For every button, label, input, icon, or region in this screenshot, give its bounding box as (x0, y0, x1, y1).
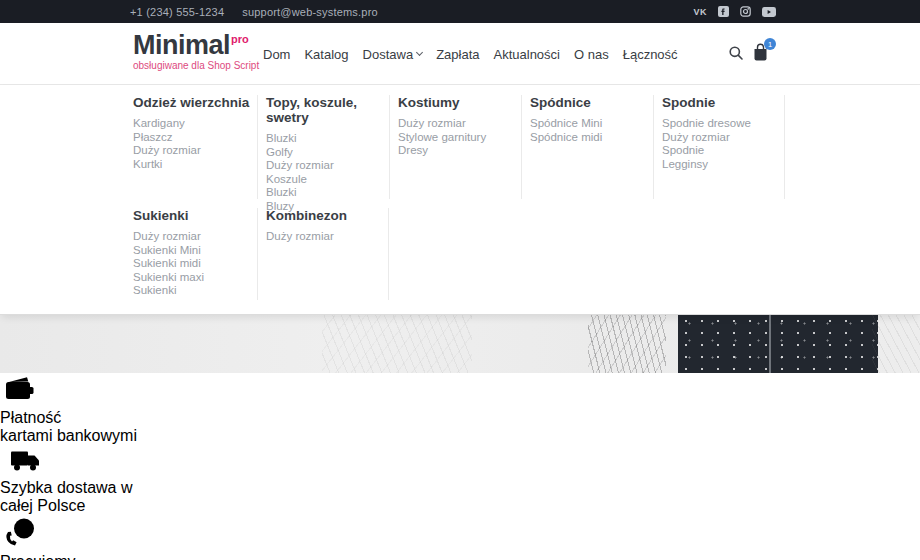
hero-photo-branches (872, 315, 920, 373)
topbar-contacts: +1 (234) 555-1234 support@web-systems.pr… (130, 6, 378, 18)
cart-button[interactable]: 1 (752, 43, 769, 66)
category-link[interactable]: Kurtki (133, 158, 257, 172)
category-title[interactable]: Spodnie (662, 95, 784, 110)
category-link[interactable]: Spódnice midi (530, 131, 653, 145)
hero-photo-model-hair (656, 315, 768, 373)
category-link[interactable]: Stylowe garnitury (398, 131, 521, 145)
logo-pro-label: pro (231, 33, 249, 45)
feature-caption: Szybka dostawa wcałej Polsce (0, 479, 920, 515)
logo-tagline: obsługiwane dla Shop Script (133, 60, 259, 71)
category-column-spodnice: Spódnice Spódnice Mini Spódnice midi (521, 95, 653, 199)
category-column-spodnie: Spodnie Spodnie dresowe Duży rozmiar Spo… (653, 95, 785, 199)
category-title[interactable]: Odzież wierzchnia (133, 95, 257, 110)
nav-item-dostawa[interactable]: Dostawa (363, 47, 423, 62)
topbar: +1 (234) 555-1234 support@web-systems.pr… (0, 0, 920, 23)
nav-item-lacznosc[interactable]: Łączność (623, 47, 678, 62)
logo-text: Minimal (133, 30, 230, 60)
category-link[interactable]: Sukienki (133, 284, 257, 298)
nav-item-aktualnosci[interactable]: Aktualności (494, 47, 560, 62)
chevron-down-icon (416, 49, 423, 56)
main-nav: Dom Katalog Dostawa Zapłata Aktualności … (263, 23, 678, 85)
feature-caption: Płatnośćkartami bankowymi (0, 409, 920, 445)
category-column-kombinezon: Kombinezon Duży rozmiar (257, 208, 389, 300)
category-column-topy-koszule-swetry: Topy, koszule, swetry Bluzki Golfy Duży … (257, 95, 389, 199)
nav-item-zaplata[interactable]: Zapłata (436, 47, 479, 62)
search-button[interactable] (728, 45, 744, 65)
logo[interactable]: Minimalpro obsługiwane dla Shop Script (133, 32, 259, 71)
feature-24-7: 24 Pracujemycałą dobę (0, 515, 920, 560)
category-title[interactable]: Kostiumy (398, 95, 521, 110)
nav-item-dom[interactable]: Dom (263, 47, 290, 62)
category-column-odziez-wierzchnia: Odzież wierzchnia Kardigany Płaszcz Duży… (133, 95, 257, 199)
category-link[interactable]: Spodnie dresowe (662, 117, 784, 131)
category-link[interactable]: Duży rozmiar (266, 230, 388, 244)
category-title[interactable]: Sukienki (133, 208, 257, 223)
category-link[interactable]: Bluzki (266, 186, 389, 200)
category-link[interactable]: Sukienki midi (133, 257, 257, 271)
phone-link[interactable]: +1 (234) 555-1234 (130, 6, 224, 18)
feature-delivery: Szybka dostawa wcałej Polsce (0, 445, 920, 515)
category-link[interactable]: Bluzki (266, 132, 389, 146)
email-link[interactable]: support@web-systems.pro (242, 6, 378, 18)
category-link[interactable]: Duży rozmiar (133, 230, 257, 244)
phone-24-icon: 24 (0, 515, 40, 549)
hero-photo-branches (322, 315, 472, 373)
category-link[interactable]: Duży rozmiar (398, 117, 521, 131)
wallet-icon: $ (0, 373, 38, 405)
hero-slider (0, 315, 920, 373)
category-link[interactable]: Dresy (398, 144, 521, 158)
nav-item-o-nas[interactable]: O nas (574, 47, 609, 62)
site-header: Minimalpro obsługiwane dla Shop Script D… (0, 23, 920, 85)
category-title[interactable]: Kombinezon (266, 208, 388, 223)
svg-text:24: 24 (20, 525, 29, 534)
category-link[interactable]: Sukienki maxi (133, 271, 257, 285)
category-link[interactable]: Sukienki Mini (133, 244, 257, 258)
category-link[interactable]: Duży rozmiar (662, 131, 784, 145)
svg-text:$: $ (15, 386, 20, 396)
vk-icon[interactable]: VK (693, 7, 707, 17)
category-link[interactable]: Kardigany (133, 117, 257, 131)
category-link[interactable]: Spodnie (662, 144, 784, 158)
instagram-icon[interactable] (740, 6, 751, 17)
feature-payment: $ Płatnośćkartami bankowymi (0, 373, 920, 445)
catalog-mega-menu: Odzież wierzchnia Kardigany Płaszcz Duży… (0, 85, 920, 315)
search-icon (728, 45, 744, 61)
hero-photo-trees (588, 315, 666, 373)
category-column-kostiumy: Kostiumy Duży rozmiar Stylowe garnitury … (389, 95, 521, 199)
mega-menu-row: Sukienki Duży rozmiar Sukienki Mini Suki… (133, 208, 920, 300)
category-link[interactable]: Duży rozmiar (133, 144, 257, 158)
social-links: VK (693, 6, 776, 17)
category-link[interactable]: Golfy (266, 146, 389, 160)
feature-caption: Pracujemycałą dobę (0, 553, 920, 560)
features-strip: $ Płatnośćkartami bankowymi Szybka dosta… (0, 373, 920, 560)
category-link[interactable]: Koszule (266, 173, 389, 187)
youtube-icon[interactable] (762, 7, 776, 17)
nav-item-katalog[interactable]: Katalog (304, 47, 348, 62)
category-column-sukienki: Sukienki Duży rozmiar Sukienki Mini Suki… (133, 208, 257, 300)
category-link[interactable]: Legginsy (662, 158, 784, 172)
category-link[interactable]: Płaszcz (133, 131, 257, 145)
category-link[interactable]: Spódnice Mini (530, 117, 653, 131)
truck-icon (0, 445, 44, 475)
category-link[interactable]: Duży rozmiar (266, 159, 389, 173)
category-title[interactable]: Spódnice (530, 95, 653, 110)
facebook-icon[interactable] (718, 6, 729, 17)
category-title[interactable]: Topy, koszule, swetry (266, 95, 389, 125)
mega-menu-row: Odzież wierzchnia Kardigany Płaszcz Duży… (133, 95, 920, 199)
cart-count-badge: 1 (764, 38, 776, 50)
